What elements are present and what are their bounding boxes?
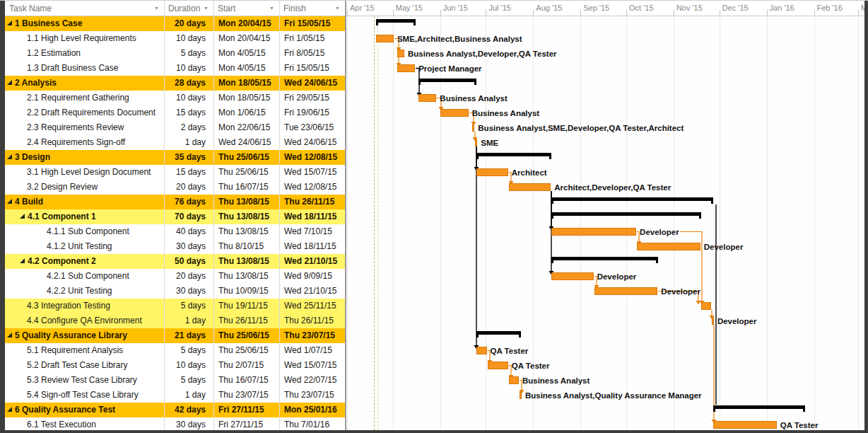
task-duration-cell[interactable]: 1 day <box>164 388 213 403</box>
task-start-cell[interactable]: Thu 13/08/15 <box>213 224 279 239</box>
filter-chevron-icon[interactable]: ▼ <box>335 1 340 16</box>
task-finish-cell[interactable]: Wed 12/08/15 <box>279 150 345 165</box>
table-row[interactable]: 4.1 Component 170 daysThu 13/08/15Wed 18… <box>5 209 345 224</box>
task-start-cell[interactable]: Wed 24/06/15 <box>213 135 279 150</box>
task-start-cell[interactable]: Thu 25/06/15 <box>213 328 279 343</box>
task-duration-cell[interactable]: 1 day <box>164 135 213 150</box>
task-duration-cell[interactable]: 10 days <box>164 91 213 105</box>
task-finish-cell[interactable]: Thu 23/07/15 <box>279 388 345 403</box>
task-name-cell[interactable]: 5.2 Draft Test Case Library <box>5 358 164 373</box>
task-start-cell[interactable]: Thu 2/07/15 <box>213 358 279 373</box>
task-start-cell[interactable]: Thu 13/08/15 <box>213 195 279 209</box>
table-row[interactable]: 4 Build76 daysThu 13/08/15Thu 26/11/15 <box>5 195 345 209</box>
table-row[interactable]: 2.1 Requirement Gathering10 daysMon 18/0… <box>5 91 345 105</box>
task-start-cell[interactable]: Mon 20/04/15 <box>213 16 279 31</box>
task-duration-cell[interactable]: 40 days <box>164 224 213 239</box>
task-name-cell[interactable]: 5 Quality Assurance Library <box>5 328 164 343</box>
gantt-task-bar[interactable] <box>594 287 658 295</box>
task-duration-cell[interactable]: 10 days <box>164 31 213 46</box>
table-row[interactable]: 4.1.1 Sub Component40 daysThu 13/08/15We… <box>5 224 345 239</box>
task-duration-cell[interactable]: 76 days <box>164 195 213 209</box>
task-duration-cell[interactable]: 10 days <box>164 358 213 373</box>
table-row[interactable]: 2.4 Requirements Sign-off1 dayWed 24/06/… <box>5 135 345 150</box>
task-finish-cell[interactable]: Wed 22/07/15 <box>279 373 345 388</box>
table-row[interactable]: 4.4 Configure QA Environment1 dayThu 26/… <box>5 313 345 328</box>
task-finish-cell[interactable]: Mon 25/01/16 <box>279 403 345 417</box>
table-row[interactable]: 5 Quality Assurance Library21 daysThu 25… <box>5 328 345 343</box>
table-row[interactable]: 2.2 Draft Requirements Document15 daysMo… <box>5 105 345 120</box>
expand-collapse-icon[interactable] <box>20 258 25 263</box>
task-start-cell[interactable]: Thu 25/06/15 <box>213 150 279 165</box>
task-duration-cell[interactable]: 42 days <box>164 403 213 417</box>
task-duration-cell[interactable]: 20 days <box>164 180 213 195</box>
task-name-cell[interactable]: 4.1.2 Unit Testing <box>5 239 164 254</box>
task-finish-cell[interactable]: Wed 12/08/15 <box>279 180 345 195</box>
gantt-task-bar[interactable] <box>376 35 394 42</box>
task-name-cell[interactable]: 1 Business Case <box>5 16 164 31</box>
task-name-cell[interactable]: 2.2 Draft Requirements Document <box>5 105 164 120</box>
task-name-cell[interactable]: 1.1 High Level Requirements <box>5 31 164 46</box>
task-start-cell[interactable]: Thu 19/11/15 <box>213 299 279 313</box>
task-finish-cell[interactable]: Fri 8/05/15 <box>279 46 345 61</box>
task-name-cell[interactable]: 2.4 Requirements Sign-off <box>5 135 164 150</box>
task-name-cell[interactable]: 5.4 Sign-off Test Case Library <box>5 388 164 403</box>
task-start-cell[interactable]: Thu 10/09/15 <box>213 284 279 299</box>
summary-task-bar[interactable] <box>551 197 713 201</box>
gantt-task-bar[interactable] <box>397 50 404 57</box>
task-finish-cell[interactable]: Fri 29/05/15 <box>279 91 345 105</box>
task-duration-cell[interactable]: 20 days <box>164 16 213 31</box>
gantt-task-bar[interactable] <box>712 317 714 325</box>
task-start-cell[interactable]: Mon 4/05/15 <box>213 61 279 76</box>
gantt-task-bar[interactable] <box>475 139 477 146</box>
task-start-cell[interactable]: Mon 18/05/15 <box>213 91 279 105</box>
task-name-cell[interactable]: 4.1 Component 1 <box>5 209 164 224</box>
gantt-task-bar[interactable] <box>397 64 415 72</box>
task-name-cell[interactable]: 3.1 High Level Design Document <box>5 165 164 180</box>
task-name-cell[interactable]: 4 Build <box>5 195 164 209</box>
task-duration-cell[interactable]: 15 days <box>164 165 213 180</box>
table-row[interactable]: 4.2.1 Sub Component20 daysThu 13/08/15We… <box>5 269 345 284</box>
task-name-cell[interactable]: 4.3 Integration Testing <box>5 299 164 313</box>
task-start-cell[interactable]: Thu 13/08/15 <box>213 254 279 269</box>
table-row[interactable]: 4.2.2 Unit Testing30 daysThu 10/09/15Wed… <box>5 284 345 299</box>
table-row[interactable]: 4.1.2 Unit Testing30 daysThu 8/10/15Wed … <box>5 239 345 254</box>
table-row[interactable]: 5.3 Review Test Case Library5 daysThu 16… <box>5 373 345 388</box>
expand-collapse-icon[interactable] <box>7 199 12 204</box>
table-row[interactable]: 4.3 Integration Testing5 daysThu 19/11/1… <box>5 299 345 313</box>
task-duration-cell[interactable]: 21 days <box>164 328 213 343</box>
table-row[interactable]: 3.1 High Level Design Document15 daysThu… <box>5 165 345 180</box>
task-finish-cell[interactable]: Wed 18/11/15 <box>279 239 345 254</box>
gantt-task-bar[interactable] <box>476 347 486 354</box>
table-row[interactable]: 5.1 Requirement Analysis5 daysThu 25/06/… <box>5 343 345 358</box>
table-row[interactable]: 2 Analysis28 daysMon 18/05/15Wed 24/06/1… <box>5 76 345 91</box>
task-duration-cell[interactable]: 2 days <box>164 120 213 135</box>
task-duration-cell[interactable]: 28 days <box>164 76 213 91</box>
task-start-cell[interactable]: Mon 20/04/15 <box>213 31 279 46</box>
gantt-task-bar[interactable] <box>551 228 636 236</box>
column-header-start[interactable]: Start ▼ <box>213 1 279 16</box>
gantt-task-bar[interactable] <box>488 362 508 369</box>
task-finish-cell[interactable]: Wed 21/10/15 <box>279 254 345 269</box>
task-start-cell[interactable]: Thu 25/06/15 <box>213 165 279 180</box>
gantt-task-bar[interactable] <box>509 376 519 384</box>
task-finish-cell[interactable]: Wed 15/07/15 <box>279 358 345 373</box>
task-duration-cell[interactable]: 20 days <box>164 269 213 284</box>
task-duration-cell[interactable]: 50 days <box>164 254 213 269</box>
task-finish-cell[interactable]: Thu 23/07/15 <box>279 328 345 343</box>
task-finish-cell[interactable]: Tue 23/06/15 <box>279 120 345 135</box>
task-finish-cell[interactable]: Thu 26/11/15 <box>279 313 345 328</box>
task-duration-cell[interactable]: 30 days <box>164 284 213 299</box>
task-finish-cell[interactable]: Wed 24/06/15 <box>279 135 345 150</box>
task-name-cell[interactable]: 3.2 Design Review <box>5 180 164 195</box>
table-row[interactable]: 3 Design35 daysThu 25/06/15Wed 12/08/15 <box>5 150 345 165</box>
task-name-cell[interactable]: 4.2.1 Sub Component <box>5 269 164 284</box>
task-start-cell[interactable]: Thu 13/08/15 <box>213 269 279 284</box>
task-finish-cell[interactable]: Wed 24/06/15 <box>279 76 345 91</box>
task-start-cell[interactable]: Fri 27/11/15 <box>213 403 279 417</box>
task-name-cell[interactable]: 4.2 Component 2 <box>5 254 164 269</box>
summary-task-bar[interactable] <box>418 79 476 82</box>
expand-collapse-icon[interactable] <box>7 407 12 412</box>
gantt-task-bar[interactable] <box>637 243 700 250</box>
task-start-cell[interactable]: Thu 26/11/15 <box>213 313 279 328</box>
gantt-task-bar[interactable] <box>476 168 508 176</box>
